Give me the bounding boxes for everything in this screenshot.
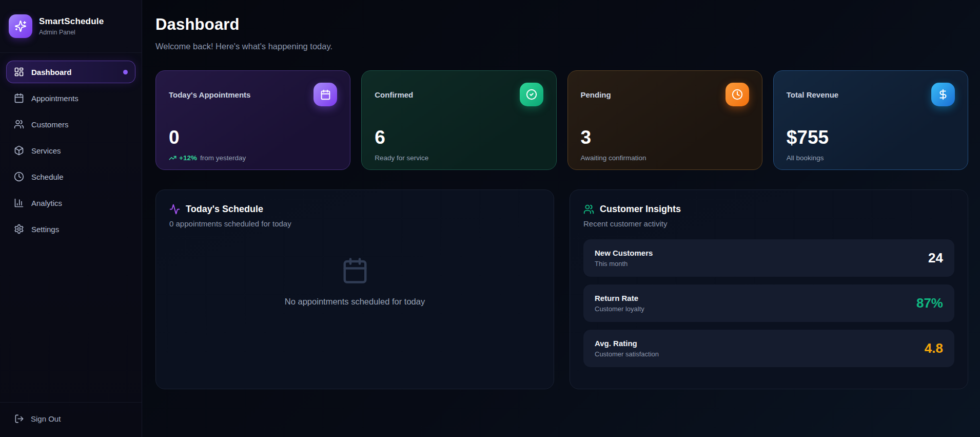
stat-card-confirmed: Confirmed 6 Ready for service (361, 70, 556, 170)
insight-row-new-customers: New Customers This month 24 (583, 239, 954, 277)
sidebar: SmartSchedule Admin Panel Dashboard (0, 0, 142, 437)
schedule-empty-state: No appointments scheduled for today (169, 257, 540, 307)
sidebar-item-label: Schedule (31, 173, 64, 181)
stat-value: 6 (375, 127, 543, 148)
insight-sublabel: Customer satisfaction (595, 350, 659, 358)
insight-text: Avg. Rating Customer satisfaction (595, 339, 659, 358)
insight-row-avg-rating: Avg. Rating Customer satisfaction 4.8 (583, 330, 954, 367)
insight-text: Return Rate Customer loyalty (595, 294, 644, 313)
sidebar-item-label: Dashboard (31, 68, 71, 77)
log-out-icon (14, 414, 24, 424)
sidebar-item-label: Services (31, 146, 61, 155)
calendar-icon (313, 83, 337, 106)
clock-icon (726, 83, 749, 106)
calendar-icon (14, 93, 24, 103)
stat-card-total-revenue: Total Revenue $755 All bookings (773, 70, 968, 170)
sidebar-item-services[interactable]: Services (6, 139, 135, 162)
sidebar-footer: Sign Out (0, 402, 142, 437)
stat-label: Today's Appointments (169, 90, 250, 99)
users-icon (583, 204, 594, 215)
clock-icon (14, 172, 24, 182)
gear-icon (14, 224, 24, 234)
sidebar-nav: Dashboard Appointments Cus (0, 53, 142, 402)
insight-label: Return Rate (595, 294, 644, 302)
sidebar-item-dashboard[interactable]: Dashboard (6, 61, 135, 83)
trend-value: +12% (179, 154, 197, 162)
stat-cards-row: Today's Appointments 0 (155, 70, 968, 170)
stat-value: $755 (787, 127, 955, 148)
check-circle-icon (520, 83, 543, 106)
sidebar-item-label: Customers (31, 120, 69, 129)
stat-label: Confirmed (375, 90, 413, 99)
panel-title: Customer Insights (600, 204, 681, 215)
insight-text: New Customers This month (595, 249, 653, 268)
brand-block: SmartSchedule Admin Panel (39, 16, 104, 36)
stat-subtext: Ready for service (375, 154, 543, 162)
sidebar-item-settings[interactable]: Settings (6, 218, 135, 240)
insight-row-return-rate: Return Rate Customer loyalty 87% (583, 284, 954, 322)
sidebar-item-appointments[interactable]: Appointments (6, 87, 135, 109)
stat-label: Total Revenue (787, 90, 838, 99)
dashboard-grid-icon (14, 67, 24, 77)
insight-value: 4.8 (925, 340, 943, 356)
stat-card-pending: Pending 3 Awaiting confirmation (567, 70, 762, 170)
bar-chart-icon (14, 198, 24, 208)
stat-value: 0 (169, 127, 337, 148)
stat-subtext: Awaiting confirmation (581, 154, 749, 162)
main-content: Dashboard Welcome back! Here's what's ha… (142, 0, 980, 437)
stat-subtext: All bookings (787, 154, 955, 162)
brand-name: SmartSchedule (39, 16, 104, 27)
page-title: Dashboard (155, 15, 968, 34)
dollar-icon (931, 83, 955, 106)
panel-title: Today's Schedule (186, 204, 263, 215)
users-icon (14, 119, 24, 129)
insight-list: New Customers This month 24 Return Rate … (583, 239, 954, 367)
sidebar-item-label: Appointments (31, 94, 79, 103)
stat-label: Pending (581, 90, 611, 99)
trend: +12% (169, 154, 197, 162)
sidebar-header: SmartSchedule Admin Panel (0, 0, 142, 53)
brand-subtitle: Admin Panel (39, 29, 104, 36)
calendar-icon (341, 257, 369, 284)
insight-label: Avg. Rating (595, 339, 659, 348)
sidebar-item-customers[interactable]: Customers (6, 113, 135, 136)
sparkles-icon (9, 14, 32, 38)
package-icon (14, 145, 24, 156)
todays-schedule-panel: Today's Schedule 0 appointments schedule… (155, 189, 554, 389)
insight-sublabel: This month (595, 260, 653, 268)
page-subtitle: Welcome back! Here's what's happening to… (155, 42, 968, 51)
stat-value: 3 (581, 127, 749, 148)
insight-label: New Customers (595, 249, 653, 257)
active-indicator-dot (123, 70, 128, 74)
sidebar-item-label: Analytics (31, 199, 62, 207)
insight-value: 24 (928, 250, 943, 266)
activity-icon (169, 204, 180, 215)
sidebar-item-schedule[interactable]: Schedule (6, 165, 135, 188)
panels-row: Today's Schedule 0 appointments schedule… (155, 189, 968, 389)
panel-subtitle: Recent customer activity (583, 219, 954, 228)
customer-insights-panel: Customer Insights Recent customer activi… (570, 189, 968, 389)
insight-sublabel: Customer loyalty (595, 305, 644, 313)
app-root: SmartSchedule Admin Panel Dashboard (0, 0, 980, 437)
panel-subtitle: 0 appointments scheduled for today (169, 219, 540, 228)
stat-subtext: +12% from yesterday (169, 154, 337, 162)
trend-label: from yesterday (200, 154, 246, 162)
insight-value: 87% (916, 295, 943, 311)
empty-state-text: No appointments scheduled for today (285, 297, 425, 307)
trending-up-icon (169, 154, 177, 162)
sidebar-item-label: Settings (31, 225, 59, 234)
sign-out-button[interactable]: Sign Out (14, 414, 127, 424)
sign-out-label: Sign Out (31, 414, 61, 423)
stat-card-todays-appointments: Today's Appointments 0 (155, 70, 350, 170)
sidebar-item-analytics[interactable]: Analytics (6, 192, 135, 214)
